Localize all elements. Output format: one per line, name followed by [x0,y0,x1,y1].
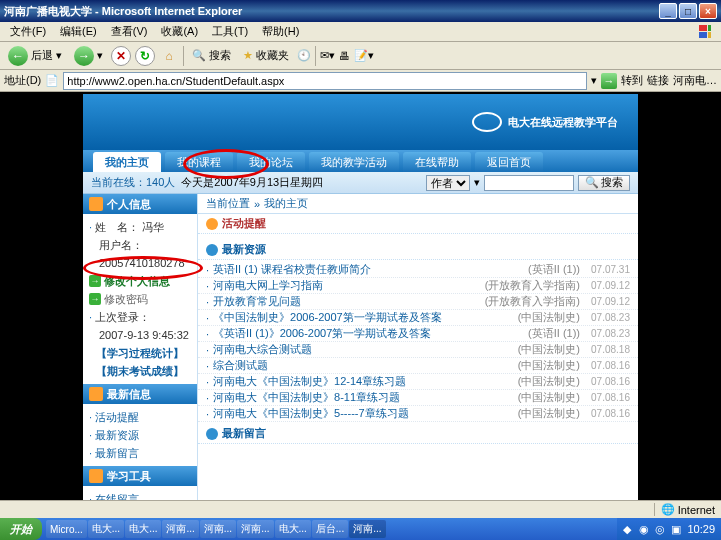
tray-icon[interactable]: ◉ [639,523,651,535]
menu-file[interactable]: 文件(F) [4,22,52,41]
history-button[interactable]: 🕙 [297,49,311,62]
forward-icon: → [74,46,94,66]
search-button[interactable]: 🔍搜索 [578,175,630,191]
tab[interactable]: 返回首页 [475,152,543,172]
stop-button[interactable]: ✕ [111,46,131,66]
search-button[interactable]: 🔍搜索 [188,46,235,65]
section-resources-header: 最新资源 [198,240,638,260]
tab[interactable]: 在线帮助 [403,152,471,172]
menu-bar: 文件(F) 编辑(E) 查看(V) 收藏(A) 工具(T) 帮助(H) [0,22,721,42]
change-password-button[interactable]: →修改密码 [89,290,191,308]
globe-icon: 🌐 [661,503,675,516]
address-input[interactable] [63,72,587,90]
separator [315,46,316,66]
refresh-button[interactable]: ↻ [135,46,155,66]
page-icon: 📄 [45,74,59,87]
svg-rect-1 [708,25,711,31]
panel-profile-header: 个人信息 [83,194,197,214]
brand-logo-icon [472,112,502,132]
system-tray: ◆ ◉ ◎ ▣ 10:29 [617,518,721,540]
edit-profile-button[interactable]: →修改个人信息 [89,272,191,290]
go-button[interactable]: → [601,73,617,89]
list-item[interactable]: ·英语II (1) 课程省校责任教师简介(英语II (1))07.07.31 [198,262,638,278]
go-label: 转到 [621,73,643,88]
back-button[interactable]: ←后退▾ [4,44,66,68]
profile-icon [89,197,103,211]
taskbar: 开始 Micro...电大...电大...河南...河南...河南...电大..… [0,518,721,540]
search-type-select[interactable]: 作者 [426,175,470,191]
links-label[interactable]: 链接 [647,73,669,88]
news-icon [89,387,103,401]
arrow-right-icon: → [89,275,101,287]
tray-icon[interactable]: ▣ [671,523,683,535]
list-item[interactable]: ·河南电大《中国法制史》5-----7章练习题(中国法制史)07.08.16 [198,406,638,422]
mail-button[interactable]: ✉▾ [320,49,335,62]
menu-view[interactable]: 查看(V) [105,22,154,41]
breadcrumb: 当前位置»我的主页 [198,194,638,214]
clock[interactable]: 10:29 [687,523,715,535]
tools-icon [89,469,103,483]
taskbar-item[interactable]: 后台... [312,520,348,538]
close-button[interactable]: × [699,3,717,19]
window-titlebar: 河南广播电视大学 - Microsoft Internet Explorer _… [0,0,721,22]
list-item[interactable]: ·河南电大《中国法制史》8-11章练习题(中国法制史)07.08.16 [198,390,638,406]
search-input[interactable] [484,175,574,191]
search-icon: 🔍 [192,49,206,62]
forward-button[interactable]: →▾ [70,44,107,68]
minimize-button[interactable]: _ [659,3,677,19]
maximize-button[interactable]: □ [679,3,697,19]
section-activity-header: 活动提醒 [198,214,638,234]
address-bar: 地址(D) 📄 ▾ → 转到 链接 河南电… [0,70,721,92]
taskbar-item[interactable]: 电大... [88,520,124,538]
bell-icon [206,218,218,230]
print-button[interactable]: 🖶 [339,50,350,62]
list-item[interactable]: ·河南电大《中国法制史》12-14章练习题(中国法制史)07.08.16 [198,374,638,390]
menu-edit[interactable]: 编辑(E) [54,22,103,41]
menu-tools[interactable]: 工具(T) [206,22,254,41]
start-button[interactable]: 开始 [0,518,42,540]
list-item[interactable]: ·河南电大网上学习指南(开放教育入学指南)07.09.12 [198,278,638,294]
list-item[interactable]: ·综合测试题(中国法制史)07.08.16 [198,358,638,374]
separator [183,46,184,66]
panel-news-header: 最新信息 [83,384,197,404]
edit-button[interactable]: 📝▾ [354,49,374,62]
user-number: 20057410180278 [99,255,185,271]
arrow-right-icon: → [89,293,101,305]
list-item[interactable]: ·开放教育常见问题(开放教育入学指南)07.09.12 [198,294,638,310]
home-button[interactable]: ⌂ [159,46,179,66]
taskbar-item[interactable]: 河南... [162,520,198,538]
window-title: 河南广播电视大学 - Microsoft Internet Explorer [4,4,242,19]
tab[interactable]: 我的主页 [93,152,161,172]
tab[interactable]: 我的教学活动 [309,152,399,172]
list-item[interactable]: ·《中国法制史》2006-2007第一学期试卷及答案(中国法制史)07.08.2… [198,310,638,326]
message-icon [206,428,218,440]
menu-favorites[interactable]: 收藏(A) [155,22,204,41]
links-ext[interactable]: 河南电… [673,73,717,88]
sidebar: 个人信息 ·姓 名：冯华 用户名： 20057410180278 →修改个人信息… [83,194,198,518]
viewport: 电大在线远程教学平台 我的主页我的课程我的论坛我的教学活动在线帮助返回首页 当前… [0,92,721,520]
sidebar-item[interactable]: ·最新资源 [89,426,191,444]
tray-icon[interactable]: ◎ [655,523,667,535]
tray-icon[interactable]: ◆ [623,523,635,535]
tab[interactable]: 我的论坛 [237,152,305,172]
svg-rect-2 [699,32,707,38]
sidebar-item[interactable]: ·最新留言 [89,444,191,462]
taskbar-item[interactable]: 电大... [275,520,311,538]
study-stats-link[interactable]: 【学习过程统计】 [96,345,184,361]
sidebar-item[interactable]: ·活动提醒 [89,408,191,426]
brand-name: 电大在线远程教学平台 [508,115,618,130]
tab[interactable]: 我的课程 [165,152,233,172]
online-count: 当前在线：140人 [91,175,175,190]
taskbar-item[interactable]: 电大... [125,520,161,538]
magnifier-icon: 🔍 [585,176,599,189]
taskbar-item[interactable]: Micro... [46,520,87,538]
favorites-button[interactable]: ★收藏夹 [239,46,293,65]
exam-scores-link[interactable]: 【期末考试成绩】 [96,363,184,379]
list-item[interactable]: ·《英语II (1)》2006-2007第一学期试卷及答案(英语II (1))0… [198,326,638,342]
taskbar-item[interactable]: 河南... [237,520,273,538]
menu-help[interactable]: 帮助(H) [256,22,305,41]
list-item[interactable]: ·河南电大综合测试题(中国法制史)07.08.18 [198,342,638,358]
taskbar-item[interactable]: 河南... [200,520,236,538]
svg-rect-0 [699,25,707,31]
taskbar-item[interactable]: 河南... [349,520,385,538]
